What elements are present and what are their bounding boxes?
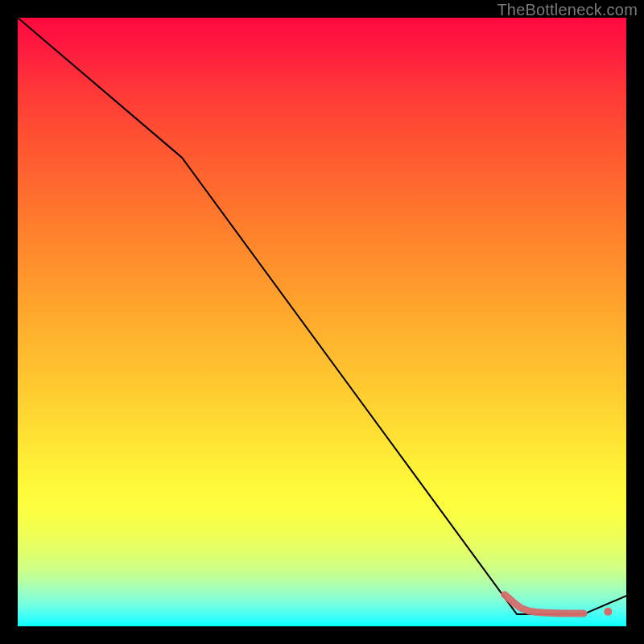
credit-text: TheBottleneck.com xyxy=(497,1,638,19)
svg-point-0 xyxy=(604,608,612,616)
bottleneck-curve-line xyxy=(18,18,626,614)
chart-frame: TheBottleneck.com xyxy=(0,0,644,644)
highlight-markers xyxy=(505,595,613,616)
chart-svg xyxy=(18,18,626,626)
plot-area xyxy=(18,18,626,626)
